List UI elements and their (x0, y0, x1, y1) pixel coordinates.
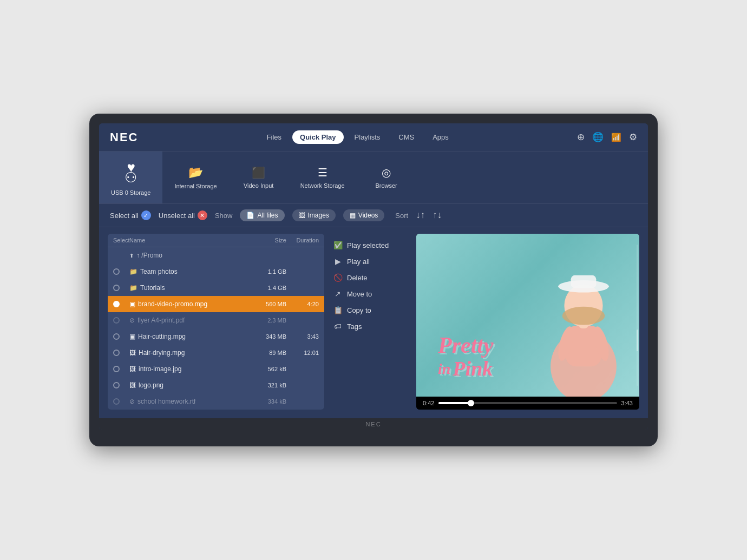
file-name: ⬆ ↑ /Promo (129, 252, 248, 259)
file-radio[interactable] (113, 333, 120, 340)
progress-bar[interactable] (438, 402, 617, 404)
source-usb-label: USB 0 Storage (111, 189, 150, 196)
play-selected-icon: ✅ (333, 241, 343, 249)
scrollbar[interactable] (637, 245, 638, 386)
nav-tab-files[interactable]: Files (259, 130, 289, 144)
person-area (528, 234, 639, 397)
file-row[interactable]: ⬆ ↑ /Promo (108, 247, 324, 263)
network-icon: ☰ (318, 166, 327, 179)
delete-label: Delete (347, 274, 368, 282)
file-row[interactable]: ⊘ school homework.rtf 334 kB (108, 393, 324, 410)
play-all-button[interactable]: ▶ Play all (333, 255, 402, 267)
select-all-check-icon: ✓ (141, 210, 151, 220)
copy-to-button[interactable]: 📋 Copy to (333, 304, 402, 316)
copy-to-label: Copy to (347, 306, 371, 314)
col-size: Size (248, 237, 286, 243)
file-row[interactable]: 📁 Tutorials 1.4 GB (108, 280, 324, 296)
sort-desc-button[interactable]: ↓↑ (416, 210, 425, 221)
unselect-all-label: Unselect all (159, 212, 195, 220)
move-to-button[interactable]: ↗ Move to (333, 288, 402, 300)
nav-tab-apps[interactable]: Apps (425, 130, 456, 144)
tags-button[interactable]: 🏷 Tags (333, 320, 402, 332)
file-radio[interactable] (113, 350, 120, 356)
file-name: 📁 Tutorials (129, 284, 248, 292)
nav-tab-cms[interactable]: CMS (391, 130, 422, 144)
toolbar: Select all ✓ Unselect all ✕ Show 📄 All f… (99, 204, 648, 227)
nav-tab-quickplay[interactable]: Quick Play (292, 130, 343, 144)
pdf-icon: ⊘ (129, 317, 135, 324)
file-radio[interactable] (113, 285, 120, 291)
select-all-button[interactable]: Select all ✓ (110, 210, 151, 220)
video-icon: ▦ (350, 212, 356, 219)
move-to-label: Move to (347, 290, 372, 298)
main-content: Select Name Size Duration ⬆ ↑ /Promo (99, 227, 648, 418)
internal-folder-icon: 📂 (188, 166, 203, 180)
scrollbar-thumb (637, 330, 638, 351)
filter-videos-label: Videos (358, 212, 378, 219)
source-usb[interactable]: ♥︎ ⚇ USB 0 Storage (99, 151, 162, 203)
video-text-overlay: Pretty in Pink (438, 333, 494, 380)
file-radio[interactable] (113, 268, 120, 275)
source-video-input[interactable]: ⬛ Video Input (229, 151, 289, 203)
source-network[interactable]: ☰ Network Storage (289, 151, 357, 203)
image-icon: 🖼 (299, 212, 305, 219)
delete-button[interactable]: 🚫 Delete (333, 272, 402, 284)
file-name: ▣ Hair-cutting.mpg (129, 333, 248, 340)
file-duration: 4:20 (286, 301, 319, 307)
file-radio[interactable] (113, 382, 120, 388)
file-radio[interactable] (113, 398, 120, 405)
unselect-all-button[interactable]: Unselect all ✕ (159, 210, 207, 220)
filter-videos-button[interactable]: ▦ Videos (343, 209, 384, 221)
play-selected-button[interactable]: ✅ Play selected (333, 239, 402, 251)
sort-asc-button[interactable]: ↑↓ (433, 210, 442, 221)
rtf-icon: ⊘ (129, 398, 135, 405)
file-row-selected[interactable]: ▣ brand-video-promo.mpg 560 MB 4:20 (108, 296, 324, 312)
source-internal[interactable]: 📂 Internal Storage (162, 151, 228, 203)
filter-images-button[interactable]: 🖼 Images (292, 209, 336, 221)
progress-thumb[interactable] (468, 400, 474, 406)
file-row[interactable]: ⊘ flyer A4-print.pdf 2.3 MB (108, 312, 324, 328)
overlay-pink: Pink (453, 358, 493, 380)
video-controls: 0:42 3:43 (416, 397, 639, 410)
file-row[interactable]: ▣ Hair-cutting.mpg 343 MB 3:43 (108, 328, 324, 345)
move-icon: ↗ (333, 289, 343, 298)
file-list-panel: Select Name Size Duration ⬆ ↑ /Promo (108, 234, 324, 410)
tv-screen: NEC Files Quick Play Playlists CMS Apps … (99, 123, 648, 430)
file-row[interactable]: 🖼 intro-image.jpg 562 kB (108, 361, 324, 377)
add-icon[interactable]: ⊕ (577, 131, 585, 143)
file-radio[interactable] (113, 317, 120, 324)
source-internal-label: Internal Storage (174, 183, 217, 189)
play-all-icon: ▶ (333, 257, 343, 266)
file-name: ⊘ flyer A4-print.pdf (129, 317, 248, 324)
nec-logo: NEC (110, 130, 138, 144)
image-file-icon: 🖼 (129, 381, 136, 389)
filter-all-label: All files (257, 212, 278, 219)
file-row[interactable]: 🖼 Hair-drying.mpg 89 MB 12:01 (108, 345, 324, 361)
tv-outer: NEC Files Quick Play Playlists CMS Apps … (89, 114, 658, 446)
person-svg (528, 245, 639, 397)
tags-icon: 🏷 (333, 322, 343, 331)
tv-bottom-bar: NEC (99, 418, 648, 430)
col-select: Select (113, 237, 129, 243)
video-file-icon: ▣ (129, 300, 135, 308)
nav-tab-playlists[interactable]: Playlists (347, 130, 388, 144)
total-time: 3:43 (621, 400, 633, 406)
file-duration: 12:01 (286, 350, 319, 356)
globe-icon[interactable]: 🌐 (592, 131, 604, 143)
file-radio-checked[interactable] (113, 301, 120, 307)
settings-icon[interactable]: ⚙ (629, 131, 637, 143)
source-browser[interactable]: ◎ Browser (357, 151, 416, 203)
play-selected-label: Play selected (347, 241, 389, 249)
source-video-label: Video Input (244, 182, 273, 189)
wifi-icon[interactable]: 📶 (611, 133, 621, 142)
file-name: 🖼 logo.png (129, 381, 248, 389)
image-file-icon: 🖼 (129, 365, 136, 373)
header: NEC Files Quick Play Playlists CMS Apps … (99, 123, 648, 151)
header-icons: ⊕ 🌐 📶 ⚙ (577, 131, 637, 143)
video-input-icon: ⬛ (252, 166, 265, 179)
file-row[interactable]: 📁 Team photos 1.1 GB (108, 263, 324, 280)
file-radio[interactable] (113, 366, 120, 372)
file-size: 334 kB (248, 398, 286, 405)
file-row[interactable]: 🖼 logo.png 321 kB (108, 377, 324, 393)
filter-all-button[interactable]: 📄 All files (240, 209, 284, 221)
